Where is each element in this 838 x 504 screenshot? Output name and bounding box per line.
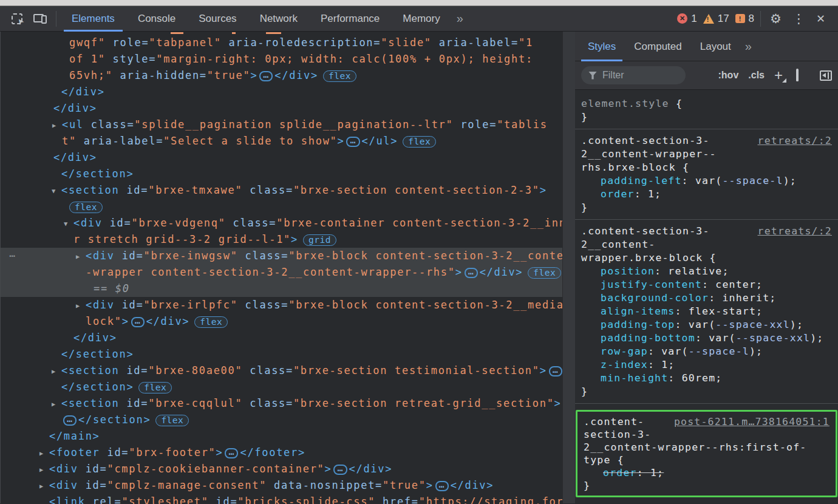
settings-gear-icon[interactable]: ⚙ bbox=[765, 12, 787, 26]
sidebar-more-tabs-chevron[interactable]: » bbox=[740, 39, 755, 53]
dom-line[interactable]: r stretch grid--3-2 grid--l-1">grid bbox=[1, 231, 562, 248]
inspect-element-icon[interactable]: ➤ bbox=[10, 12, 24, 26]
kebab-menu-icon[interactable]: ⋮ bbox=[787, 12, 811, 26]
dom-line[interactable]: </section> bbox=[1, 166, 562, 182]
toggle-element-classes-button[interactable]: .cls bbox=[748, 70, 765, 81]
node-options-dots-icon[interactable]: ⋯ bbox=[9, 248, 15, 264]
expand-arrow-icon[interactable]: ▶ bbox=[76, 298, 80, 313]
expand-inline-icon[interactable]: … bbox=[63, 415, 77, 426]
property-value[interactable]: relative; bbox=[668, 265, 729, 277]
dom-scrollbar-gutter[interactable] bbox=[562, 32, 575, 503]
dom-line[interactable]: </div> bbox=[1, 149, 562, 166]
rule-selector-line[interactable]: 2__content- bbox=[581, 238, 832, 251]
dom-line[interactable]: ▶<footer id="brx-footer">…</footer> bbox=[1, 444, 562, 461]
rule-selector-line[interactable]: rhs.brxe-block { bbox=[581, 161, 832, 174]
property-name[interactable]: padding-top bbox=[601, 319, 675, 330]
property-name[interactable]: justify-content bbox=[601, 279, 702, 290]
expand-arrow-icon[interactable]: ▶ bbox=[52, 117, 56, 133]
dom-line[interactable]: ▶⋯<div id="brxe-inwgsw" class="brxe-bloc… bbox=[1, 248, 562, 264]
property-value[interactable]: var( bbox=[695, 175, 723, 186]
tab-computed[interactable]: Computed bbox=[625, 32, 690, 61]
expand-inline-icon[interactable]: … bbox=[346, 137, 359, 147]
more-tabs-chevron[interactable]: » bbox=[452, 12, 467, 26]
expand-arrow-icon[interactable]: ▶ bbox=[52, 363, 55, 379]
css-property[interactable]: min-height: 60rem; bbox=[581, 372, 832, 385]
dom-line[interactable]: gwqf" role="tabpanel" aria-roledescripti… bbox=[1, 35, 562, 51]
css-property[interactable]: padding-bottom: var(--space-xxl); bbox=[581, 332, 832, 345]
tab-layout[interactable]: Layout bbox=[691, 32, 740, 61]
css-property[interactable]: z-index: 1; bbox=[581, 358, 832, 372]
property-value[interactable]: 1; bbox=[661, 359, 675, 370]
css-property[interactable]: row-gap: var(--space-l); bbox=[581, 345, 832, 358]
css-property[interactable]: order: 1; bbox=[581, 188, 832, 201]
property-value[interactable]: ); bbox=[810, 332, 823, 344]
issues-badge[interactable]: ! 8 bbox=[735, 13, 754, 25]
dom-line[interactable]: </div> bbox=[1, 84, 562, 100]
property-name[interactable]: order bbox=[603, 467, 637, 478]
expand-arrow-icon[interactable]: ▶ bbox=[39, 445, 43, 461]
console-warnings-badge[interactable]: ! 17 bbox=[703, 13, 729, 25]
close-devtools-icon[interactable]: ✕ bbox=[811, 12, 831, 26]
rule-selector-line[interactable]: section-3- bbox=[584, 428, 829, 441]
new-style-rule-button[interactable]: + bbox=[774, 69, 783, 81]
property-name[interactable]: align-items bbox=[601, 305, 675, 317]
expand-arrow-icon[interactable]: ▶ bbox=[39, 461, 43, 477]
expand-inline-icon[interactable]: … bbox=[549, 366, 562, 376]
property-name[interactable]: position bbox=[601, 265, 655, 277]
device-toolbar-icon[interactable] bbox=[33, 12, 47, 26]
dom-line[interactable]: </div> bbox=[1, 100, 562, 117]
styles-filter-input[interactable]: Filter bbox=[581, 66, 686, 84]
css-property[interactable]: align-items: flex-start; bbox=[581, 305, 832, 318]
tab-styles[interactable]: Styles bbox=[579, 32, 625, 61]
layout-badge-flex[interactable]: flex bbox=[323, 70, 356, 82]
layout-badge-grid[interactable]: grid bbox=[303, 234, 336, 246]
dom-line[interactable]: of 1" style="margin-right: 0px; width: c… bbox=[1, 51, 562, 67]
tab-elements[interactable]: Elements bbox=[60, 6, 126, 32]
tab-memory[interactable]: Memory bbox=[391, 6, 451, 32]
dom-line[interactable]: ▶<div id="cmplz-cookiebanner-container">… bbox=[1, 461, 562, 477]
css-property[interactable]: background-color: inherit; bbox=[581, 291, 832, 305]
expand-inline-icon[interactable]: … bbox=[465, 268, 478, 278]
css-variable-name[interactable]: --space-xxl bbox=[736, 332, 810, 344]
layout-badge-flex[interactable]: flex bbox=[138, 382, 172, 393]
dom-line[interactable]: </section>flex bbox=[1, 379, 562, 395]
css-variable-name[interactable]: --space-xxl bbox=[715, 319, 789, 330]
stylesheet-source-link[interactable]: retreats/:2 bbox=[758, 134, 832, 148]
property-value[interactable]: 60rem; bbox=[682, 372, 723, 384]
property-value[interactable]: 1; bbox=[650, 467, 664, 478]
expand-inline-icon[interactable]: … bbox=[435, 481, 449, 491]
dom-line[interactable]: lock">…</div>flex bbox=[1, 313, 562, 330]
property-name[interactable]: row-gap bbox=[601, 346, 648, 357]
property-name[interactable]: z-index bbox=[601, 359, 648, 370]
tab-sources[interactable]: Sources bbox=[187, 6, 248, 32]
property-value[interactable]: ); bbox=[790, 319, 803, 330]
rule-selector-line[interactable]: post-6211.m…738164051:1.content- bbox=[584, 415, 829, 428]
property-name[interactable]: padding-bottom bbox=[601, 332, 695, 344]
expand-inline-icon[interactable]: … bbox=[225, 448, 238, 458]
dom-line[interactable]: 65vh;" aria-hidden="true">…</div>flex bbox=[1, 67, 562, 84]
rule-selector-line[interactable]: retreats/:2.content-section-3- bbox=[581, 225, 832, 238]
collapse-arrow-icon[interactable]: ▼ bbox=[52, 183, 55, 199]
property-name[interactable]: order bbox=[601, 188, 635, 200]
collapse-arrow-icon[interactable]: ▼ bbox=[64, 216, 67, 231]
expand-inline-icon[interactable]: … bbox=[259, 71, 273, 81]
css-property[interactable]: order: 1; bbox=[584, 466, 829, 479]
dom-line[interactable]: flex bbox=[1, 199, 562, 215]
dom-line[interactable]: </main> bbox=[1, 428, 562, 444]
rule-selector-line[interactable]: element.style { bbox=[581, 97, 832, 111]
tab-performance[interactable]: Performance bbox=[309, 6, 391, 32]
expand-inline-icon[interactable]: … bbox=[131, 317, 145, 327]
brush-icon[interactable] bbox=[796, 70, 808, 81]
dom-line[interactable]: == $0 bbox=[1, 281, 562, 297]
stylesheet-source-link[interactable]: retreats/:2 bbox=[758, 225, 832, 238]
dom-line[interactable]: <link rel="stylesheet" id="bricks-splide… bbox=[1, 494, 562, 504]
property-name[interactable]: background-color bbox=[601, 292, 709, 304]
rule-selector-line[interactable]: retreats/:2.content-section-3- bbox=[581, 134, 832, 148]
layout-badge-flex[interactable]: flex bbox=[69, 202, 103, 213]
dom-line[interactable]: -wrapper content-section-3-2__content-wr… bbox=[1, 264, 562, 281]
expand-arrow-icon[interactable]: ▶ bbox=[52, 396, 55, 412]
dom-line[interactable]: ▶<div id="brxe-irlpfc" class="brxe-block… bbox=[1, 297, 562, 313]
layout-badge-flex[interactable]: flex bbox=[194, 316, 228, 328]
dom-line[interactable]: ▶<div id="cmplz-manage-consent" data-nos… bbox=[1, 477, 562, 494]
property-value[interactable]: ); bbox=[783, 175, 797, 186]
